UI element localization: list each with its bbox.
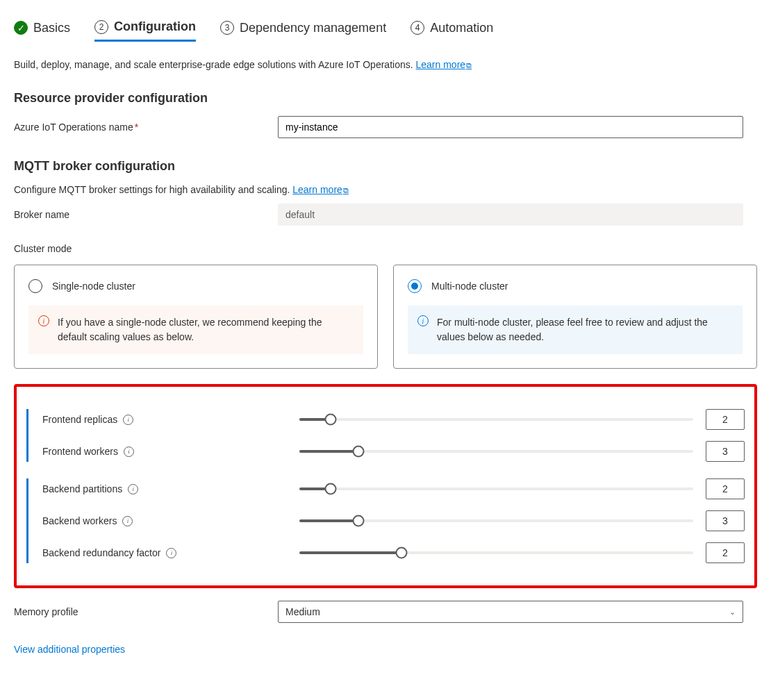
- tab-label: Automation: [430, 21, 493, 35]
- cluster-mode-label: Cluster mode: [14, 243, 757, 254]
- page-description: Build, deploy, manage, and scale enterpr…: [14, 59, 757, 70]
- tab-dependency-management[interactable]: 3 Dependency management: [220, 14, 386, 42]
- external-link-icon: ⧉: [466, 61, 472, 69]
- backend-redundancy-label: Backend redundancy factor i: [42, 547, 299, 558]
- info-icon[interactable]: i: [124, 447, 134, 457]
- checkmark-icon: ✓: [14, 21, 28, 35]
- learn-more-link[interactable]: Learn more⧉: [416, 59, 472, 70]
- mqtt-heading: MQTT broker configuration: [14, 159, 757, 174]
- slider-thumb-icon[interactable]: [325, 414, 337, 426]
- info-icon[interactable]: i: [128, 484, 138, 494]
- frontend-workers-row: Frontend workers i 3: [42, 441, 745, 462]
- backend-redundancy-slider[interactable]: [299, 551, 693, 554]
- broker-name-label: Broker name: [14, 209, 278, 220]
- chevron-down-icon: ⌄: [729, 608, 736, 617]
- info-icon: i: [38, 315, 49, 326]
- cluster-mode-options: Single-node cluster i If you have a sing…: [14, 265, 757, 369]
- info-icon[interactable]: i: [123, 415, 133, 425]
- single-node-info-box: i If you have a single-node cluster, we …: [28, 306, 363, 354]
- memory-profile-dropdown[interactable]: Medium ⌄: [278, 601, 743, 623]
- memory-profile-label: Memory profile: [14, 606, 278, 617]
- multi-node-title: Multi-node cluster: [431, 281, 508, 292]
- step-number-icon: 3: [220, 21, 234, 35]
- backend-redundancy-value[interactable]: 2: [706, 542, 745, 563]
- mqtt-learn-more-link[interactable]: Learn more⧉: [292, 184, 349, 195]
- tab-label: Dependency management: [240, 21, 386, 35]
- backend-workers-label: Backend workers i: [42, 515, 299, 526]
- tab-label: Basics: [33, 21, 70, 35]
- multi-node-radio-row[interactable]: Multi-node cluster: [408, 279, 743, 293]
- slider-thumb-icon[interactable]: [325, 483, 337, 495]
- step-number-icon: 2: [94, 20, 108, 34]
- single-node-card[interactable]: Single-node cluster i If you have a sing…: [14, 265, 378, 369]
- info-icon: i: [417, 315, 429, 326]
- single-node-radio-row[interactable]: Single-node cluster: [28, 279, 363, 293]
- tab-basics[interactable]: ✓ Basics: [14, 14, 70, 42]
- backend-partitions-value[interactable]: 2: [706, 478, 745, 499]
- frontend-workers-value[interactable]: 3: [706, 441, 745, 462]
- multi-node-info-box: i For multi-node cluster, please feel fr…: [408, 306, 743, 354]
- tab-configuration[interactable]: 2 Configuration: [94, 14, 196, 42]
- multi-node-info-text: For multi-node cluster, please feel free…: [437, 315, 733, 344]
- radio-unchecked-icon: [28, 279, 42, 293]
- form-row-name: Azure IoT Operations name*: [14, 116, 757, 138]
- slider-thumb-icon[interactable]: [353, 446, 365, 458]
- external-link-icon: ⧉: [343, 186, 349, 194]
- backend-partitions-row: Backend partitions i 2: [42, 478, 745, 499]
- info-icon[interactable]: i: [166, 548, 176, 558]
- backend-workers-value[interactable]: 3: [706, 510, 745, 531]
- backend-workers-slider[interactable]: [299, 519, 693, 522]
- frontend-slider-group: Frontend replicas i 2 Frontend workers i…: [26, 409, 745, 462]
- frontend-replicas-label: Frontend replicas i: [42, 414, 299, 425]
- single-node-title: Single-node cluster: [52, 281, 135, 292]
- slider-thumb-icon[interactable]: [396, 547, 408, 559]
- memory-profile-value: Medium: [285, 606, 320, 617]
- tab-label: Configuration: [114, 19, 196, 34]
- frontend-replicas-slider[interactable]: [299, 418, 693, 421]
- single-node-info-text: If you have a single-node cluster, we re…: [58, 315, 354, 344]
- tab-automation[interactable]: 4 Automation: [411, 14, 493, 42]
- frontend-workers-slider[interactable]: [299, 450, 693, 453]
- highlighted-sliders-region: Frontend replicas i 2 Frontend workers i…: [14, 384, 757, 588]
- frontend-replicas-row: Frontend replicas i 2: [42, 409, 745, 430]
- backend-slider-group: Backend partitions i 2 Backend workers i…: [26, 478, 745, 563]
- backend-partitions-label: Backend partitions i: [42, 483, 299, 494]
- info-icon[interactable]: i: [122, 516, 133, 526]
- backend-partitions-slider[interactable]: [299, 488, 693, 490]
- broker-name-input: [278, 203, 743, 226]
- form-row-broker-name: Broker name: [14, 203, 757, 226]
- radio-checked-icon: [408, 279, 422, 293]
- mqtt-description: Configure MQTT broker settings for high …: [14, 184, 757, 195]
- frontend-replicas-value[interactable]: 2: [706, 409, 745, 430]
- slider-thumb-icon[interactable]: [353, 515, 365, 527]
- frontend-workers-label: Frontend workers i: [42, 446, 299, 457]
- multi-node-card[interactable]: Multi-node cluster i For multi-node clus…: [393, 265, 757, 369]
- resource-provider-heading: Resource provider configuration: [14, 91, 757, 106]
- memory-profile-row: Memory profile Medium ⌄: [14, 601, 757, 623]
- backend-redundancy-row: Backend redundancy factor i 2: [42, 542, 745, 563]
- backend-workers-row: Backend workers i 3: [42, 510, 745, 531]
- step-number-icon: 4: [411, 21, 424, 35]
- wizard-tabs: ✓ Basics 2 Configuration 3 Dependency ma…: [14, 14, 757, 42]
- name-label: Azure IoT Operations name*: [14, 122, 278, 133]
- name-input[interactable]: [278, 116, 743, 138]
- view-additional-properties-link[interactable]: View additional properties: [14, 644, 125, 655]
